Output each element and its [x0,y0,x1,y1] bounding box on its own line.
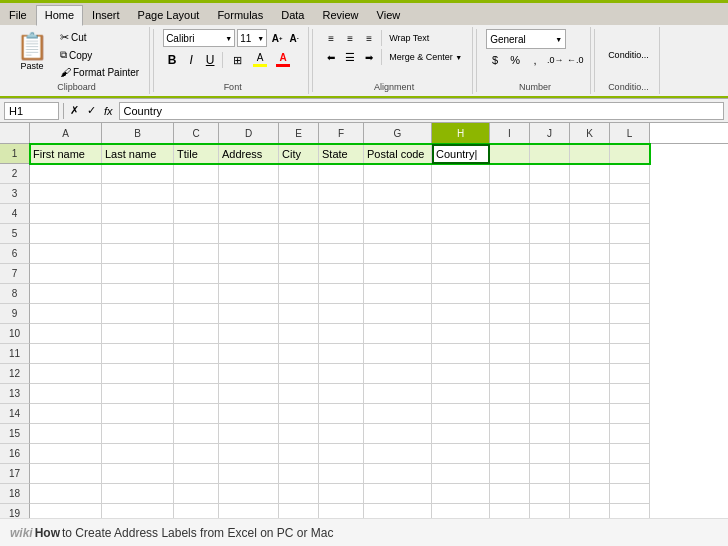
cell-C3[interactable] [174,184,219,204]
cell-K8[interactable] [570,284,610,304]
cell-I2[interactable] [490,164,530,184]
col-header-I[interactable]: I [490,123,530,143]
cell-C10[interactable] [174,324,219,344]
cell-E5[interactable] [279,224,319,244]
formula-input[interactable]: Country [119,102,724,120]
cell-B3[interactable] [102,184,174,204]
cell-F3[interactable] [319,184,364,204]
cell-E15[interactable] [279,424,319,444]
cut-button[interactable]: ✂ Cut [56,29,143,46]
cell-E8[interactable] [279,284,319,304]
cell-J1[interactable] [530,144,570,164]
cell-G15[interactable] [364,424,432,444]
cell-F13[interactable] [319,384,364,404]
tab-file[interactable]: File [0,5,36,25]
cell-L10[interactable] [610,324,650,344]
cell-B16[interactable] [102,444,174,464]
italic-button[interactable]: I [182,51,200,69]
cell-G3[interactable] [364,184,432,204]
cell-K18[interactable] [570,484,610,504]
row-header-16[interactable]: 16 [0,444,30,464]
cell-F17[interactable] [319,464,364,484]
cell-H15[interactable] [432,424,490,444]
cell-D7[interactable] [219,264,279,284]
cell-A2[interactable] [30,164,102,184]
cell-G1[interactable]: Postal code [364,144,432,164]
cell-I16[interactable] [490,444,530,464]
cell-D10[interactable] [219,324,279,344]
cell-F1[interactable]: State [319,144,364,164]
cell-K14[interactable] [570,404,610,424]
cell-H16[interactable] [432,444,490,464]
cell-H3[interactable] [432,184,490,204]
align-center-button[interactable]: ☰ [341,48,359,66]
cell-G18[interactable] [364,484,432,504]
align-right-button[interactable]: ➡ [360,48,378,66]
font-name-dropdown[interactable]: Calibri ▼ [163,29,235,47]
cell-H13[interactable] [432,384,490,404]
cancel-formula-icon[interactable]: ✗ [68,103,81,118]
cell-A3[interactable] [30,184,102,204]
cell-B8[interactable] [102,284,174,304]
row-header-1[interactable]: 1 [0,144,30,164]
tab-review[interactable]: Review [313,5,367,25]
cell-J15[interactable] [530,424,570,444]
cell-L5[interactable] [610,224,650,244]
percent-button[interactable]: % [506,51,524,69]
cell-C16[interactable] [174,444,219,464]
cell-I18[interactable] [490,484,530,504]
col-header-B[interactable]: B [102,123,174,143]
cell-F6[interactable] [319,244,364,264]
cell-L17[interactable] [610,464,650,484]
format-painter-button[interactable]: 🖌 Format Painter [56,64,143,80]
cell-L12[interactable] [610,364,650,384]
cell-E10[interactable] [279,324,319,344]
cell-E12[interactable] [279,364,319,384]
cell-L16[interactable] [610,444,650,464]
cell-H1[interactable]: Country| [432,144,490,164]
cell-F9[interactable] [319,304,364,324]
row-header-4[interactable]: 4 [0,204,30,224]
cell-A16[interactable] [30,444,102,464]
cell-G2[interactable] [364,164,432,184]
cell-D5[interactable] [219,224,279,244]
cell-I1[interactable] [490,144,530,164]
cell-F11[interactable] [319,344,364,364]
cell-L13[interactable] [610,384,650,404]
cell-K5[interactable] [570,224,610,244]
col-header-H[interactable]: H [432,123,490,143]
cell-D4[interactable] [219,204,279,224]
cell-E13[interactable] [279,384,319,404]
cell-B17[interactable] [102,464,174,484]
cell-F7[interactable] [319,264,364,284]
cell-D2[interactable] [219,164,279,184]
row-header-9[interactable]: 9 [0,304,30,324]
fill-color-button[interactable]: A [249,51,271,69]
cell-D11[interactable] [219,344,279,364]
cell-B14[interactable] [102,404,174,424]
cell-I5[interactable] [490,224,530,244]
col-header-C[interactable]: C [174,123,219,143]
cell-A11[interactable] [30,344,102,364]
cell-A10[interactable] [30,324,102,344]
tab-view[interactable]: View [368,5,410,25]
cell-L8[interactable] [610,284,650,304]
cell-B15[interactable] [102,424,174,444]
font-color-button[interactable]: A [272,51,294,69]
cell-H6[interactable] [432,244,490,264]
cell-I7[interactable] [490,264,530,284]
cell-J6[interactable] [530,244,570,264]
decrease-decimal-button[interactable]: ←.0 [566,51,584,69]
cell-C11[interactable] [174,344,219,364]
cell-A14[interactable] [30,404,102,424]
cell-G4[interactable] [364,204,432,224]
cell-B10[interactable] [102,324,174,344]
tab-formulas[interactable]: Formulas [208,5,272,25]
cell-H18[interactable] [432,484,490,504]
cell-K1[interactable] [570,144,610,164]
cell-D6[interactable] [219,244,279,264]
row-header-7[interactable]: 7 [0,264,30,284]
cell-G6[interactable] [364,244,432,264]
cell-A6[interactable] [30,244,102,264]
cell-F2[interactable] [319,164,364,184]
